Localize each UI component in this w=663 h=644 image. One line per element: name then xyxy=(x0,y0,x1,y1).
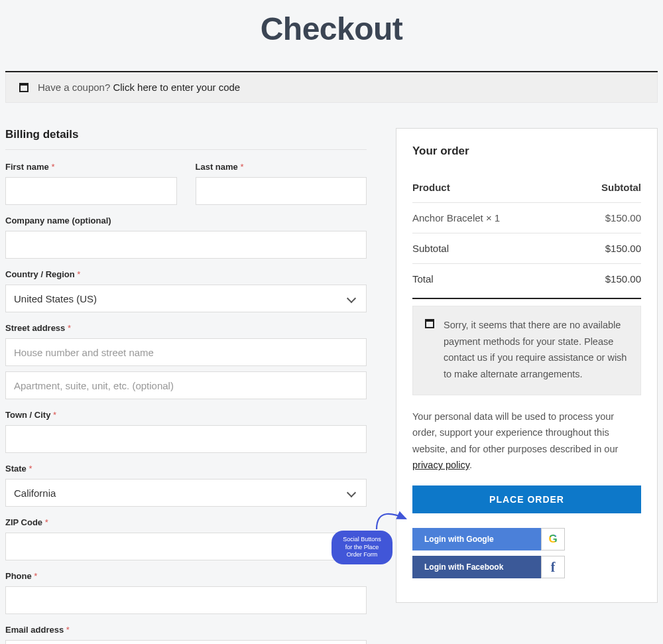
first-name-input[interactable] xyxy=(5,177,177,205)
required-mark: * xyxy=(68,323,71,333)
privacy-text: Your personal data will be used to proce… xyxy=(412,409,641,474)
email-label-text: Email address xyxy=(5,625,64,635)
required-mark: * xyxy=(51,162,54,172)
total-label: Total xyxy=(412,273,434,285)
no-payment-text: Sorry, it seems that there are no availa… xyxy=(444,317,629,383)
city-label-text: Town / City xyxy=(5,410,50,420)
required-mark: * xyxy=(240,162,243,172)
state-label-text: State xyxy=(5,464,27,474)
state-value: California xyxy=(14,487,56,499)
street1-input[interactable] xyxy=(5,338,367,366)
login-facebook-button[interactable]: Login with Facebook f xyxy=(412,556,565,578)
total-value: $150.00 xyxy=(605,273,641,285)
company-input[interactable] xyxy=(5,231,367,259)
required-mark: * xyxy=(66,625,70,635)
city-label: Town / City * xyxy=(5,410,367,420)
subtotal-value: $150.00 xyxy=(605,243,641,254)
place-order-button[interactable]: PLACE ORDER xyxy=(412,485,641,513)
country-label-text: Country / Region xyxy=(5,269,75,279)
order-subtotal-row: Subtotal $150.00 xyxy=(412,233,641,264)
privacy-body: Your personal data will be used to proce… xyxy=(412,411,618,454)
first-name-label-text: First name xyxy=(5,162,49,172)
required-mark: * xyxy=(29,464,32,474)
privacy-policy-link[interactable]: privacy policy xyxy=(412,460,469,470)
zip-input[interactable] xyxy=(5,533,367,560)
coupon-link[interactable]: Click here to enter your code xyxy=(113,82,240,93)
country-label: Country / Region * xyxy=(5,269,367,279)
order-total-row: Total $150.00 xyxy=(412,264,641,299)
order-heading: Your order xyxy=(412,145,641,158)
line-item-name: Anchor Bracelet × 1 xyxy=(412,212,500,224)
street-label: Street address * xyxy=(5,323,367,333)
country-select[interactable]: United States (US) xyxy=(5,285,367,312)
state-label: State * xyxy=(5,464,367,474)
no-payment-message: Sorry, it seems that there are no availa… xyxy=(412,306,641,395)
login-facebook-label: Login with Facebook xyxy=(412,556,541,578)
coupon-icon xyxy=(19,83,29,92)
required-mark: * xyxy=(45,517,48,527)
last-name-input[interactable] xyxy=(196,177,367,205)
email-label: Email address * xyxy=(5,625,367,635)
zip-label: ZIP Code * xyxy=(5,517,367,527)
phone-label: Phone * xyxy=(5,571,367,581)
page-title: Checkout xyxy=(5,0,658,71)
phone-label-text: Phone xyxy=(5,571,32,581)
last-name-label-text: Last name xyxy=(196,162,238,172)
order-header-row: Product Subtotal xyxy=(412,176,641,203)
first-name-label: First name * xyxy=(5,162,177,172)
required-mark: * xyxy=(34,571,37,581)
chevron-down-icon xyxy=(347,489,355,497)
coupon-bar: Have a coupon? Click here to enter your … xyxy=(5,72,658,103)
street2-input[interactable] xyxy=(5,371,367,399)
order-line-item: Anchor Bracelet × 1 $150.00 xyxy=(412,203,641,233)
zip-label-text: ZIP Code xyxy=(5,517,42,527)
order-summary: Your order Product Subtotal Anchor Brace… xyxy=(396,128,658,603)
subtotal-header: Subtotal xyxy=(601,182,641,193)
coupon-text: Have a coupon? Click here to enter your … xyxy=(38,82,240,93)
state-select[interactable]: California xyxy=(5,479,367,507)
annotation-bubble: Social Buttons for the Place Order Form xyxy=(332,531,392,564)
phone-input[interactable] xyxy=(5,586,367,614)
google-icon: G xyxy=(541,528,565,550)
last-name-label: Last name * xyxy=(196,162,367,172)
login-google-label: Login with Google xyxy=(412,528,541,550)
company-label: Company name (optional) xyxy=(5,216,367,225)
country-value: United States (US) xyxy=(14,293,97,304)
product-header: Product xyxy=(412,182,450,193)
city-input[interactable] xyxy=(5,425,367,453)
email-input[interactable] xyxy=(5,640,367,644)
facebook-icon: f xyxy=(541,556,565,578)
annotation-arrow xyxy=(371,500,411,532)
coupon-prompt: Have a coupon? xyxy=(38,82,113,93)
line-item-price: $150.00 xyxy=(605,212,641,224)
required-mark: * xyxy=(53,410,56,420)
street-label-text: Street address xyxy=(5,323,65,333)
info-icon xyxy=(425,319,434,328)
billing-heading: Billing details xyxy=(5,128,367,150)
required-mark: * xyxy=(77,269,80,279)
login-google-button[interactable]: Login with Google G xyxy=(412,528,565,550)
chevron-down-icon xyxy=(347,294,355,302)
subtotal-label: Subtotal xyxy=(412,243,449,254)
